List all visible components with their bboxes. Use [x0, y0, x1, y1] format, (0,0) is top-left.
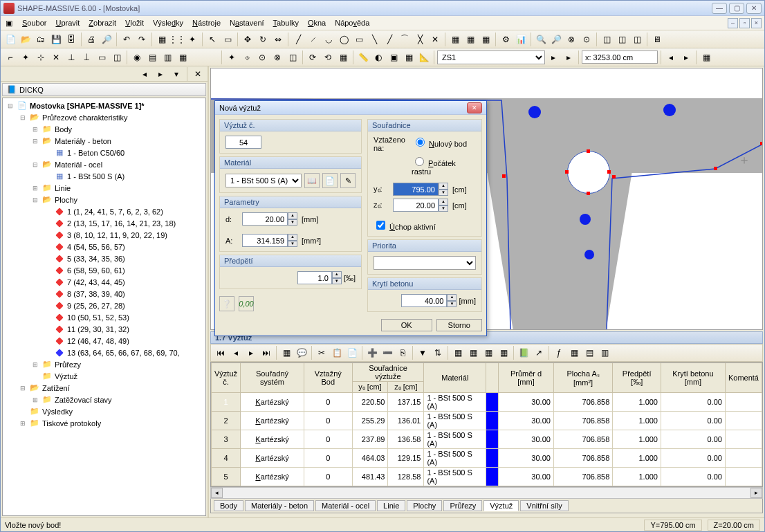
tb-res[interactable]: 📊 [514, 33, 528, 46]
material-new-button[interactable]: 📄 [322, 173, 338, 188]
tb-openall[interactable]: 🗂 [34, 33, 48, 46]
storno-button[interactable]: Storno [436, 319, 482, 331]
tt-edit[interactable]: ▦ [279, 346, 293, 360]
tb-line4[interactable]: ⌒ [398, 33, 412, 46]
tb2-9[interactable]: ◉ [130, 51, 144, 64]
input-d[interactable] [242, 212, 288, 226]
tt-filter[interactable]: ▼ [416, 346, 430, 360]
tb2-30[interactable]: ⟳ [306, 51, 320, 64]
tb2-next[interactable]: ▸ [679, 51, 693, 64]
tb2-12[interactable]: ▦ [176, 51, 190, 64]
th-kryti[interactable]: Krytí betonu [mm] [661, 363, 725, 393]
tb-t3[interactable]: ▦ [479, 33, 492, 46]
tb2-32[interactable]: ▦ [336, 51, 350, 64]
tb2-11[interactable]: ▥ [160, 51, 174, 64]
select-material[interactable]: 1 - BSt 500 S (A) [225, 174, 302, 187]
th-num[interactable]: Výztuž č. [212, 363, 241, 393]
tb2-44[interactable]: 📐 [417, 51, 431, 64]
tb-new[interactable]: 📄 [3, 33, 17, 46]
tt-cut[interactable]: ✂ [315, 346, 329, 360]
tree-plocha-12[interactable]: 12 (46, 47, 48, 49) [67, 337, 129, 345]
tb2-22[interactable]: ⊙ [255, 51, 269, 64]
row-header[interactable]: 5 [212, 468, 241, 486]
nav-expand[interactable]: ▾ [169, 67, 183, 81]
tt-e4[interactable]: ▦ [497, 346, 510, 360]
tb-redo[interactable]: ↷ [135, 33, 149, 46]
th-y0[interactable]: y₀ [cm] [352, 382, 388, 393]
row-header[interactable]: 1 [212, 393, 241, 412]
tt-e1[interactable]: ▦ [451, 346, 465, 360]
tb-save[interactable]: 💾 [49, 33, 63, 46]
coord-input[interactable] [582, 51, 658, 64]
tree-plocha-4[interactable]: 4 (54, 55, 56, 57) [67, 243, 125, 251]
tt-q[interactable]: 💬 [295, 346, 308, 360]
mdi-restore[interactable]: ▫ [739, 18, 750, 28]
tb2-21[interactable]: ⟐ [240, 51, 254, 64]
tb2-7[interactable]: ▭ [95, 51, 109, 64]
tree-plocha-9[interactable]: 9 (25, 26, 27, 28) [67, 302, 125, 310]
tt-paste[interactable]: 📄 [345, 346, 359, 360]
tb-g2[interactable]: ◫ [615, 33, 629, 46]
tb-line2[interactable]: ╲ [367, 33, 381, 46]
tree-plochy[interactable]: Plochy [55, 196, 77, 204]
tb2-grid[interactable]: ▦ [699, 51, 713, 64]
tb-arc[interactable]: ◡ [322, 33, 335, 46]
tt-sort[interactable]: ⇅ [431, 346, 445, 360]
checkbox-uchop[interactable]: Úchop aktivní [374, 223, 436, 231]
tb-print[interactable]: 🖨 [84, 33, 98, 46]
tb-select[interactable]: ↖ [205, 33, 219, 46]
tree-vysledky[interactable]: Výsledky [42, 407, 73, 416]
tab-materi-l-ocel[interactable]: Materiál - ocel [315, 500, 376, 511]
mdi-minimize[interactable]: – [728, 18, 738, 28]
nav-close[interactable]: ✕ [191, 67, 205, 81]
tree-tisk[interactable]: Tiskové protokoly [42, 419, 101, 428]
nav-right[interactable]: ▸ [154, 67, 167, 81]
tb2-2[interactable]: ✦ [19, 51, 33, 64]
dialog-close-button[interactable]: ✕ [467, 102, 482, 113]
tb2-6[interactable]: ⟘ [80, 51, 93, 64]
calc-button[interactable]: 0,00 [239, 296, 254, 311]
loadcase-combo[interactable]: ZS1 [437, 51, 545, 64]
input-z0[interactable] [393, 199, 439, 212]
th-mat[interactable]: Materiál [424, 363, 486, 393]
menu-upravit[interactable]: Upravit [52, 17, 83, 28]
tree-root[interactable]: Mostovka [SHAPE-MASSIVE 1]* [30, 102, 145, 110]
tree-plocha-2[interactable]: 2 (13, 15, 17, 16, 14, 21, 23, 18) [67, 219, 176, 228]
tree-zat-stavy[interactable]: Zatěžovací stavy [55, 396, 112, 404]
menu-vysledky[interactable]: Výsledky [149, 17, 187, 28]
tab-plochy[interactable]: Plochy [407, 500, 442, 511]
tb-g1[interactable]: ◫ [600, 33, 614, 46]
tb-calc[interactable]: ⚙ [499, 33, 513, 46]
tb-del[interactable]: ✕ [428, 33, 442, 46]
tt-f1[interactable]: ƒ [552, 346, 566, 360]
tb2-41[interactable]: ◐ [371, 51, 385, 64]
tb-zoom1[interactable]: 🔍 [534, 33, 548, 46]
input-y0[interactable] [393, 183, 439, 196]
th-bod[interactable]: Vztažný Bod [304, 363, 352, 393]
row-header[interactable]: 4 [212, 449, 241, 468]
tb-preview[interactable]: 🔎 [100, 33, 113, 46]
tb2-rnav[interactable]: ▸ [562, 51, 575, 64]
row-header[interactable]: 3 [212, 430, 241, 449]
menu-napoveda[interactable]: Nápověda [331, 17, 373, 28]
tree-plocha-8[interactable]: 8 (37, 38, 39, 40) [67, 290, 125, 298]
tb2-lnav[interactable]: ▸ [546, 51, 560, 64]
tb-zoom4[interactable]: ⊙ [580, 33, 593, 46]
tree-plocha-11[interactable]: 11 (29, 30, 31, 32) [67, 325, 129, 333]
tb-grid[interactable]: ▦ [155, 33, 169, 46]
tt-e3[interactable]: ▦ [481, 346, 495, 360]
maximize-button[interactable]: ▢ [729, 3, 744, 14]
tt-last[interactable]: ⏭ [259, 346, 273, 360]
tree-plocha-13[interactable]: 13 (63, 64, 65, 66, 67, 68, 69, 70, [67, 349, 180, 357]
spin-down-icon[interactable]: ▼ [288, 219, 297, 226]
th-pred[interactable]: Předpětí [‰] [613, 363, 661, 393]
th-sys[interactable]: Souřadný systém [241, 363, 304, 393]
th-coords[interactable]: Souřadnice výztuže [352, 363, 424, 382]
menu-okna[interactable]: Okna [304, 17, 329, 28]
tb2-42[interactable]: ▣ [387, 51, 400, 64]
tab-materi-ly-beton[interactable]: Materiály - beton [245, 500, 314, 511]
tree-ocel-1[interactable]: 1 - BSt 500 S (A) [67, 172, 125, 181]
menu-nastaveni[interactable]: Nastavení [226, 17, 268, 28]
tt-f4[interactable]: ▥ [598, 346, 611, 360]
tree-view[interactable]: ⊟📄Mostovka [SHAPE-MASSIVE 1]* ⊟📂Průřezov… [2, 98, 206, 516]
